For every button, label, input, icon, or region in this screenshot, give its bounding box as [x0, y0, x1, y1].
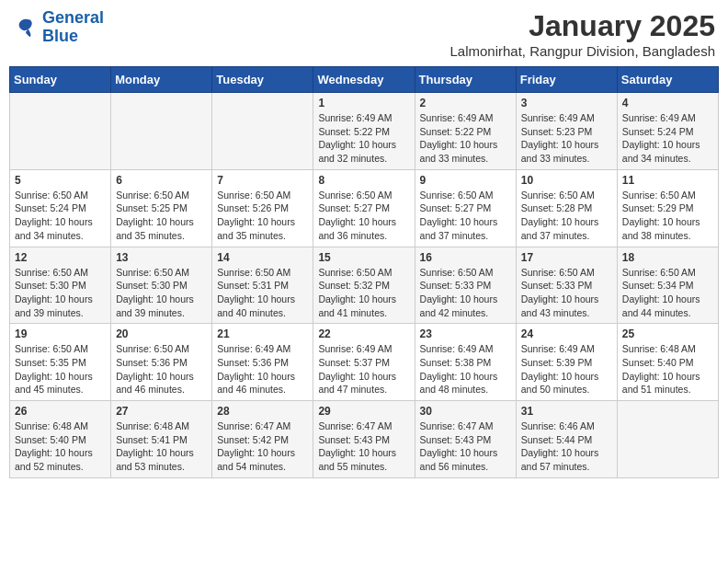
calendar-cell: 18Sunrise: 6:50 AM Sunset: 5:34 PM Dayli…: [617, 247, 718, 324]
logo-text: General Blue: [42, 9, 104, 46]
header-friday: Friday: [516, 67, 617, 93]
day-number: 15: [318, 251, 409, 264]
calendar-cell: 15Sunrise: 6:50 AM Sunset: 5:32 PM Dayli…: [313, 247, 415, 324]
day-number: 7: [217, 174, 308, 187]
day-info: Sunrise: 6:50 AM Sunset: 5:33 PM Dayligh…: [420, 266, 511, 320]
calendar-cell: 19Sunrise: 6:50 AM Sunset: 5:35 PM Dayli…: [10, 324, 111, 401]
calendar-cell: 24Sunrise: 6:49 AM Sunset: 5:39 PM Dayli…: [516, 324, 617, 401]
day-number: 30: [420, 405, 511, 418]
day-number: 1: [318, 97, 409, 109]
calendar-cell: 29Sunrise: 6:47 AM Sunset: 5:43 PM Dayli…: [313, 401, 415, 478]
day-number: 6: [116, 174, 207, 187]
day-info: Sunrise: 6:50 AM Sunset: 5:29 PM Dayligh…: [622, 189, 713, 243]
day-number: 12: [15, 251, 106, 264]
calendar-cell: [212, 93, 313, 170]
header-tuesday: Tuesday: [212, 67, 313, 93]
page-subtitle: Lalmonirhat, Rangpur Division, Banglades…: [449, 43, 715, 59]
day-number: 25: [622, 327, 713, 340]
day-number: 18: [622, 251, 713, 264]
day-number: 24: [521, 327, 612, 340]
calendar-cell: [111, 93, 212, 170]
day-number: 3: [521, 97, 612, 109]
calendar-cell: 22Sunrise: 6:49 AM Sunset: 5:37 PM Dayli…: [313, 324, 415, 401]
logo-icon: [13, 15, 39, 40]
day-info: Sunrise: 6:49 AM Sunset: 5:23 PM Dayligh…: [521, 111, 612, 166]
calendar-cell: 28Sunrise: 6:47 AM Sunset: 5:42 PM Dayli…: [212, 401, 313, 478]
calendar-cell: 27Sunrise: 6:48 AM Sunset: 5:41 PM Dayli…: [111, 401, 212, 478]
day-number: 11: [622, 174, 713, 187]
calendar-week-2: 5Sunrise: 6:50 AM Sunset: 5:24 PM Daylig…: [10, 169, 719, 247]
calendar-cell: 4Sunrise: 6:49 AM Sunset: 5:24 PM Daylig…: [617, 93, 718, 170]
header-saturday: Saturday: [617, 67, 718, 93]
title-block: January 2025 Lalmonirhat, Rangpur Divisi…: [449, 9, 715, 59]
day-info: Sunrise: 6:50 AM Sunset: 5:34 PM Dayligh…: [622, 266, 713, 320]
calendar-cell: 17Sunrise: 6:50 AM Sunset: 5:33 PM Dayli…: [516, 247, 617, 324]
calendar-cell: [10, 93, 111, 170]
day-info: Sunrise: 6:50 AM Sunset: 5:24 PM Dayligh…: [15, 189, 106, 243]
day-number: 19: [15, 327, 106, 340]
calendar-cell: 14Sunrise: 6:50 AM Sunset: 5:31 PM Dayli…: [212, 247, 313, 324]
calendar-cell: 26Sunrise: 6:48 AM Sunset: 5:40 PM Dayli…: [10, 401, 111, 478]
day-number: 28: [217, 405, 308, 418]
day-number: 22: [318, 327, 409, 340]
calendar-cell: 20Sunrise: 6:50 AM Sunset: 5:36 PM Dayli…: [111, 324, 212, 401]
day-info: Sunrise: 6:50 AM Sunset: 5:32 PM Dayligh…: [318, 266, 409, 320]
day-info: Sunrise: 6:50 AM Sunset: 5:30 PM Dayligh…: [116, 266, 207, 320]
header-sunday: Sunday: [10, 67, 111, 93]
day-number: 10: [521, 174, 612, 187]
day-info: Sunrise: 6:50 AM Sunset: 5:36 PM Dayligh…: [116, 342, 207, 396]
day-info: Sunrise: 6:48 AM Sunset: 5:40 PM Dayligh…: [622, 342, 713, 396]
day-info: Sunrise: 6:49 AM Sunset: 5:22 PM Dayligh…: [420, 111, 511, 166]
day-info: Sunrise: 6:50 AM Sunset: 5:30 PM Dayligh…: [15, 266, 106, 320]
day-info: Sunrise: 6:50 AM Sunset: 5:35 PM Dayligh…: [15, 342, 106, 396]
calendar-week-5: 26Sunrise: 6:48 AM Sunset: 5:40 PM Dayli…: [10, 401, 719, 478]
day-number: 23: [420, 327, 511, 340]
day-info: Sunrise: 6:47 AM Sunset: 5:42 PM Dayligh…: [217, 419, 308, 474]
day-number: 29: [318, 405, 409, 418]
day-number: 26: [15, 405, 106, 418]
calendar-cell: 16Sunrise: 6:50 AM Sunset: 5:33 PM Dayli…: [415, 247, 516, 324]
day-info: Sunrise: 6:48 AM Sunset: 5:40 PM Dayligh…: [15, 419, 106, 474]
day-number: 21: [217, 327, 308, 340]
calendar-cell: 9Sunrise: 6:50 AM Sunset: 5:27 PM Daylig…: [415, 169, 516, 247]
calendar-cell: 3Sunrise: 6:49 AM Sunset: 5:23 PM Daylig…: [516, 93, 617, 170]
day-info: Sunrise: 6:47 AM Sunset: 5:43 PM Dayligh…: [318, 419, 409, 474]
calendar-cell: 8Sunrise: 6:50 AM Sunset: 5:27 PM Daylig…: [313, 169, 415, 247]
calendar-cell: 30Sunrise: 6:47 AM Sunset: 5:43 PM Dayli…: [415, 401, 516, 478]
day-info: Sunrise: 6:50 AM Sunset: 5:27 PM Dayligh…: [318, 189, 409, 243]
calendar-week-4: 19Sunrise: 6:50 AM Sunset: 5:35 PM Dayli…: [10, 324, 719, 401]
calendar-cell: [617, 401, 718, 478]
calendar-table: Sunday Monday Tuesday Wednesday Thursday…: [9, 66, 719, 478]
day-info: Sunrise: 6:50 AM Sunset: 5:28 PM Dayligh…: [521, 189, 612, 243]
day-info: Sunrise: 6:49 AM Sunset: 5:22 PM Dayligh…: [318, 111, 409, 166]
header-row: Sunday Monday Tuesday Wednesday Thursday…: [10, 67, 719, 93]
calendar-cell: 13Sunrise: 6:50 AM Sunset: 5:30 PM Dayli…: [111, 247, 212, 324]
day-info: Sunrise: 6:49 AM Sunset: 5:36 PM Dayligh…: [217, 342, 308, 396]
page-title: January 2025: [449, 9, 715, 43]
calendar-cell: 7Sunrise: 6:50 AM Sunset: 5:26 PM Daylig…: [212, 169, 313, 247]
day-info: Sunrise: 6:49 AM Sunset: 5:39 PM Dayligh…: [521, 342, 612, 396]
calendar-cell: 23Sunrise: 6:49 AM Sunset: 5:38 PM Dayli…: [415, 324, 516, 401]
header-monday: Monday: [111, 67, 212, 93]
day-info: Sunrise: 6:48 AM Sunset: 5:41 PM Dayligh…: [116, 419, 207, 474]
calendar-cell: 5Sunrise: 6:50 AM Sunset: 5:24 PM Daylig…: [10, 169, 111, 247]
day-number: 4: [622, 97, 713, 109]
day-number: 9: [420, 174, 511, 187]
day-number: 2: [420, 97, 511, 109]
day-info: Sunrise: 6:50 AM Sunset: 5:33 PM Dayligh…: [521, 266, 612, 320]
calendar-body: 1Sunrise: 6:49 AM Sunset: 5:22 PM Daylig…: [10, 93, 719, 478]
day-number: 16: [420, 251, 511, 264]
header-thursday: Thursday: [415, 67, 516, 93]
day-number: 8: [318, 174, 409, 187]
day-info: Sunrise: 6:50 AM Sunset: 5:25 PM Dayligh…: [116, 189, 207, 243]
day-number: 14: [217, 251, 308, 264]
day-number: 5: [15, 174, 106, 187]
page-header: General Blue January 2025 Lalmonirhat, R…: [9, 9, 719, 59]
calendar-header: Sunday Monday Tuesday Wednesday Thursday…: [10, 67, 719, 93]
day-info: Sunrise: 6:47 AM Sunset: 5:43 PM Dayligh…: [420, 419, 511, 474]
calendar-cell: 10Sunrise: 6:50 AM Sunset: 5:28 PM Dayli…: [516, 169, 617, 247]
day-number: 27: [116, 405, 207, 418]
day-info: Sunrise: 6:49 AM Sunset: 5:37 PM Dayligh…: [318, 342, 409, 396]
day-info: Sunrise: 6:50 AM Sunset: 5:26 PM Dayligh…: [217, 189, 308, 243]
day-info: Sunrise: 6:46 AM Sunset: 5:44 PM Dayligh…: [521, 419, 612, 474]
